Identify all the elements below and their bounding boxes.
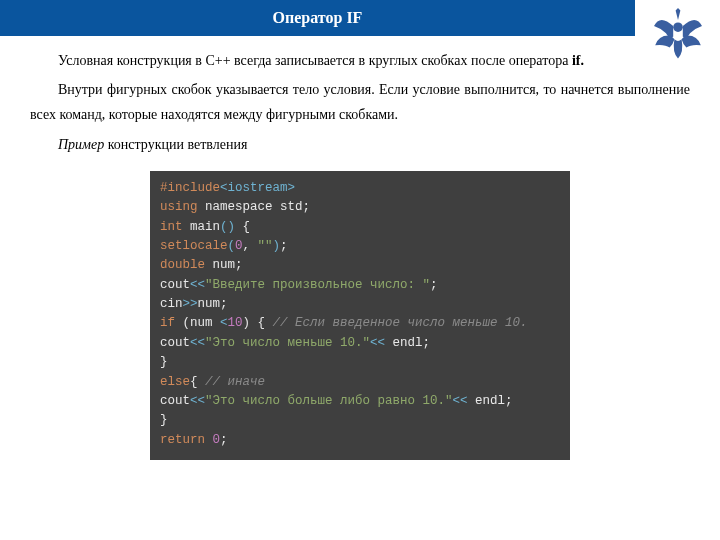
code-line: setlocale(0, ""); [160,237,560,256]
code-line: int main() { [160,218,560,237]
code-line: #include<iostream> [160,179,560,198]
code-line: if (num <10) { // Если введенное число м… [160,314,560,333]
svg-point-0 [673,22,683,32]
paragraph-2: Внутри фигурных скобок указывается тело … [30,77,690,127]
code-line: double num; [160,256,560,275]
code-line: else{ // иначе [160,373,560,392]
code-block: #include<iostream> using namespace std; … [150,171,570,460]
header-bar: Оператор IF [0,0,635,36]
paragraph-1: Условная конструкция в С++ всегда записы… [30,48,690,73]
code-line: using namespace std; [160,198,560,217]
paragraph-3: Пример конструкции ветвления [30,132,690,157]
page-title: Оператор IF [273,9,363,27]
code-line: } [160,353,560,372]
text: конструкции ветвления [104,137,247,152]
code-line: cout<<"Это число меньше 10."<< endl; [160,334,560,353]
code-line: cout<<"Введите произвольное число: "; [160,276,560,295]
italic-example: Пример [58,137,104,152]
bold-if: if. [572,53,584,68]
code-line: cin>>num; [160,295,560,314]
text: Условная конструкция в С++ всегда записы… [58,53,572,68]
content: Условная конструкция в С++ всегда записы… [0,36,720,460]
code-line: cout<<"Это число больше либо равно 10."<… [160,392,560,411]
emblem-icon [648,2,708,62]
code-line: return 0; [160,431,560,450]
code-line: } [160,411,560,430]
